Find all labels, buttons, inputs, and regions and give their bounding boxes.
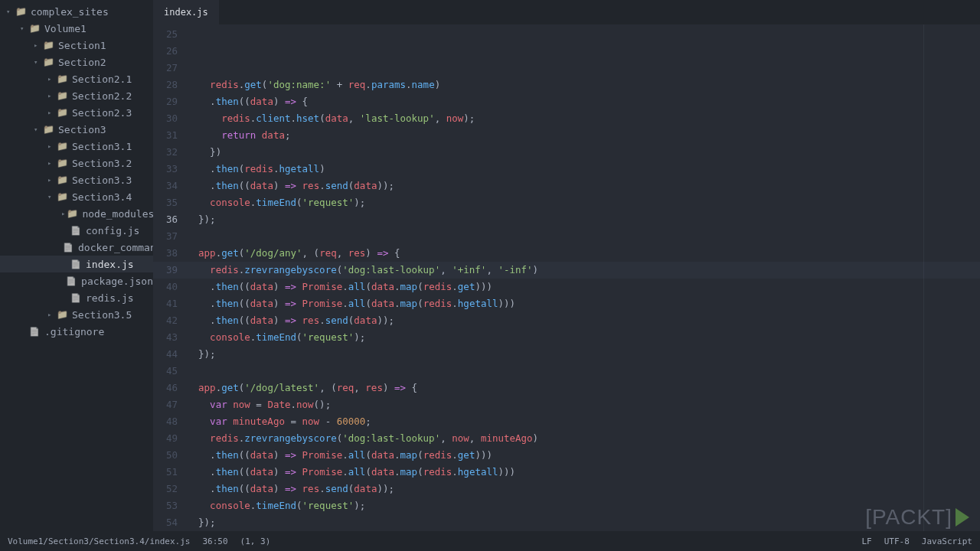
code-line-46[interactable]: redis.zrevrangebyscore('dog:last-lookup'… [187, 430, 980, 447]
code-line-25[interactable]: redis.get('dog:name:' + req.params.name) [187, 77, 980, 93]
tree-label: config.js [86, 225, 139, 236]
tree-item--gitignore[interactable]: .gitignore [0, 323, 153, 340]
tree-label: Section3.1 [72, 141, 132, 152]
folder-icon [57, 90, 67, 101]
tree-root[interactable]: ▾ complex_sites [0, 3, 153, 20]
code-line-31[interactable]: .then((data) => res.send(data)); [187, 178, 980, 194]
folder-icon [29, 23, 40, 34]
chevron-icon: ▸ [47, 311, 55, 318]
tree-label: docker_commands [78, 242, 153, 253]
tree-label: Section3.4 [72, 191, 132, 203]
chevron-icon: ▾ [20, 24, 28, 32]
code-line-29[interactable]: }) [187, 144, 980, 161]
tree-label: redis.js [86, 292, 134, 304]
chevron-icon: ▸ [61, 210, 65, 217]
folder-icon [15, 6, 26, 17]
code-line-50[interactable]: console.timeEnd('request'); [187, 497, 980, 514]
code-line-36[interactable]: redis.zrevrangebyscore('dog:last-lookup'… [187, 262, 980, 279]
tree-item-section2-2[interactable]: ▸Section2.2 [0, 87, 153, 104]
tree-label: Section2.2 [72, 90, 132, 102]
code-line-49[interactable]: .then((data) => res.send(data)); [187, 481, 980, 497]
tree-label: Section2 [58, 57, 106, 68]
code-line-48[interactable]: .then((data) => Promise.all(data.map(red… [187, 464, 980, 481]
tab-index-js[interactable]: index.js [153, 0, 219, 24]
code-line-42[interactable] [187, 363, 980, 380]
chevron-icon: ▸ [47, 109, 55, 116]
chevron-icon: ▸ [47, 142, 55, 150]
code-line-39[interactable]: .then((data) => res.send(data)); [187, 312, 980, 329]
chevron-icon: ▾ [47, 193, 55, 201]
code-line-32[interactable]: console.timeEnd('request'); [187, 194, 980, 211]
tree-label: Section3.5 [72, 309, 132, 321]
folder-icon [57, 107, 67, 118]
status-path[interactable]: Volume1/Section3/Section3.4/index.js [8, 536, 190, 546]
tree-item-volume1[interactable]: ▾Volume1 [0, 20, 153, 37]
code-line-45[interactable]: var minuteAgo = now - 60000; [187, 413, 980, 430]
file-tree[interactable]: ▾ complex_sites ▾Volume1▸Section1▾Sectio… [0, 0, 153, 531]
tree-item-section2[interactable]: ▾Section2 [0, 54, 153, 70]
status-eol[interactable]: LF [861, 536, 871, 546]
file-icon [29, 327, 40, 337]
folder-icon [57, 73, 67, 84]
editor: index.js 2526272829303132333435363738394… [153, 0, 980, 531]
play-icon [956, 508, 969, 527]
tree-item-redis-js[interactable]: redis.js [0, 289, 153, 306]
code-line-30[interactable]: .then(redis.hgetall) [187, 161, 980, 178]
folder-icon [43, 57, 54, 67]
code-line-44[interactable]: var now = Date.now(); [187, 396, 980, 413]
code-line-27[interactable]: redis.client.hset(data, 'last-lookup', n… [187, 110, 980, 127]
tree-label: Section1 [58, 40, 106, 51]
tree-item-section3-1[interactable]: ▸Section3.1 [0, 138, 153, 155]
code-area[interactable]: 2526272829303132333435363738394041424344… [153, 24, 980, 531]
chevron-icon: ▸ [47, 159, 55, 167]
code-content[interactable]: redis.get('dog:name:' + req.params.name)… [187, 24, 980, 531]
folder-icon [43, 124, 54, 135]
code-line-43[interactable]: app.get('/dog/latest', (req, res) => { [187, 380, 980, 396]
folder-icon [57, 309, 67, 320]
tree-item-section3-4[interactable]: ▾Section3.4 [0, 188, 153, 205]
file-icon [66, 276, 77, 286]
file-icon [63, 243, 74, 253]
tree-item-docker-commands[interactable]: docker_commands [0, 239, 153, 256]
tree-item-section3-5[interactable]: ▸Section3.5 [0, 306, 153, 323]
status-language[interactable]: JavaScript [922, 536, 972, 546]
status-cursor-pos[interactable]: 36:50 [202, 536, 227, 546]
folder-icon [57, 158, 67, 168]
tree-item-section3-2[interactable]: ▸Section3.2 [0, 155, 153, 171]
code-line-40[interactable]: console.timeEnd('request'); [187, 329, 980, 346]
packt-logo: [PACKT] [865, 505, 969, 530]
chevron-icon: ▸ [47, 92, 55, 99]
code-line-28[interactable]: return data; [187, 127, 980, 144]
tab-title: index.js [164, 7, 208, 18]
code-line-26[interactable]: .then((data) => { [187, 93, 980, 110]
code-line-33[interactable]: }); [187, 211, 980, 228]
code-line-37[interactable]: .then((data) => Promise.all(data.map(red… [187, 279, 980, 295]
tree-item-section2-1[interactable]: ▸Section2.1 [0, 70, 153, 87]
code-line-47[interactable]: .then((data) => Promise.all(data.map(red… [187, 447, 980, 464]
folder-icon [67, 208, 77, 219]
tree-label: Section3 [58, 124, 106, 135]
tree-label: node_modules [82, 208, 153, 220]
tree-label: package.json [81, 276, 153, 287]
tree-item-package-json[interactable]: package.json [0, 272, 153, 289]
code-line-38[interactable]: .then((data) => Promise.all(data.map(red… [187, 295, 980, 312]
tree-item-node-modules[interactable]: ▸node_modules [0, 205, 153, 222]
chevron-icon: ▸ [47, 176, 55, 184]
tree-item-section1[interactable]: ▸Section1 [0, 37, 153, 54]
code-line-34[interactable] [187, 228, 980, 245]
tree-item-section3[interactable]: ▾Section3 [0, 121, 153, 138]
tree-label: .gitignore [44, 326, 104, 337]
code-line-41[interactable]: }); [187, 346, 980, 363]
tab-bar: index.js [153, 0, 980, 24]
tree-item-section2-3[interactable]: ▸Section2.3 [0, 104, 153, 121]
code-line-51[interactable]: }); [187, 514, 980, 531]
code-line-35[interactable]: app.get('/dog/any', (req, res) => { [187, 245, 980, 262]
tree-item-config-js[interactable]: config.js [0, 222, 153, 239]
status-selection: (1, 3) [240, 536, 271, 546]
file-icon [70, 259, 81, 269]
tree-label: Section2.3 [72, 107, 132, 119]
tree-item-index-js[interactable]: index.js [0, 256, 153, 272]
tree-item-section3-3[interactable]: ▸Section3.3 [0, 171, 153, 188]
folder-icon [57, 141, 67, 152]
status-encoding[interactable]: UTF-8 [884, 536, 910, 546]
